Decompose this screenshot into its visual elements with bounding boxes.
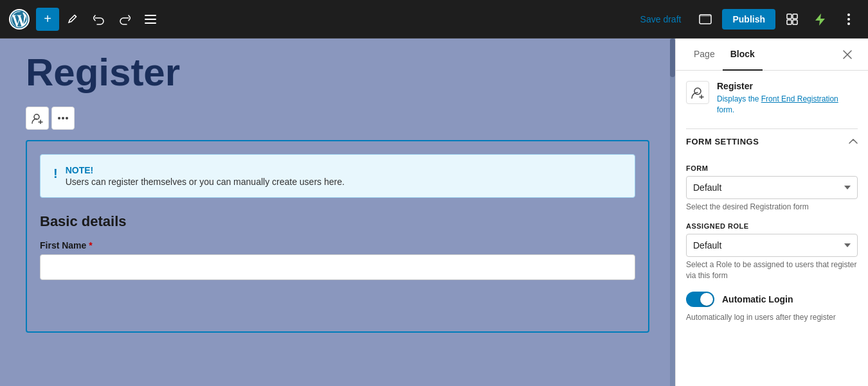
block-info: Register Displays the Front End Registra… — [686, 81, 858, 116]
required-star: * — [89, 240, 92, 250]
svg-point-17 — [694, 88, 701, 94]
toolbar-right: Save draft Publish — [633, 8, 860, 31]
svg-rect-3 — [145, 22, 156, 24]
undo-button[interactable] — [87, 8, 111, 31]
note-box: ! NOTE! Users can register themselves or… — [40, 154, 635, 198]
svg-point-14 — [58, 117, 60, 119]
form-block: ! NOTE! Users can register themselves or… — [26, 140, 649, 333]
svg-point-10 — [847, 13, 850, 16]
form-hint: Select the desired Registration form — [686, 202, 858, 213]
chevron-up-icon — [849, 139, 858, 144]
svg-rect-1 — [145, 15, 156, 16]
view-button[interactable] — [694, 8, 717, 31]
block-info-text: Register Displays the Front End Registra… — [717, 81, 858, 116]
first-name-label: First Name * — [40, 240, 635, 250]
registration-link[interactable]: Front End Registration — [761, 94, 838, 103]
editor-area[interactable]: Register ! NOTE! — [0, 39, 675, 386]
save-draft-button[interactable]: Save draft — [633, 10, 689, 28]
role-select-group: ASSIGNED ROLE Default Select a Role to b… — [686, 222, 858, 281]
auto-login-label: Automatic Login — [722, 294, 793, 304]
block-description: Displays the Front End Registration form… — [717, 94, 858, 116]
auto-login-toggle[interactable] — [686, 292, 714, 307]
svg-rect-8 — [787, 20, 791, 24]
toggle-row: Automatic Login — [686, 292, 858, 307]
sidebar-tabs: Page Block — [676, 39, 868, 71]
svg-point-16 — [66, 117, 68, 119]
role-label: ASSIGNED ROLE — [686, 222, 858, 230]
svg-rect-9 — [793, 20, 797, 24]
block-more-button[interactable] — [51, 107, 75, 130]
form-label: FORM — [686, 164, 858, 172]
list-view-button[interactable] — [139, 8, 162, 31]
form-select[interactable]: Default — [686, 176, 858, 199]
publish-button[interactable]: Publish — [722, 9, 775, 30]
form-settings-section: Form Settings FORM Default Select the de… — [686, 128, 858, 323]
page-title: Register — [26, 51, 649, 94]
svg-point-12 — [847, 22, 850, 25]
form-settings-header[interactable]: Form Settings — [686, 128, 858, 154]
tab-block[interactable]: Block — [723, 39, 763, 71]
svg-rect-2 — [145, 19, 156, 20]
close-sidebar-button[interactable] — [837, 44, 858, 65]
scrollbar-thumb[interactable] — [670, 39, 675, 77]
block-icon — [686, 81, 709, 104]
main-area: Register ! NOTE! — [0, 39, 868, 386]
settings-button[interactable] — [781, 8, 804, 31]
form-settings-title: Form Settings — [686, 137, 759, 146]
role-select[interactable]: Default — [686, 234, 858, 257]
scrollbar-track — [670, 39, 675, 386]
auto-login-hint: Automatically log in users after they re… — [686, 312, 858, 323]
toolbar-left: + — [8, 8, 162, 31]
toolbar: + — [0, 0, 868, 39]
note-content: NOTE! Users can register themselves or y… — [66, 165, 345, 187]
pen-tool-button[interactable] — [62, 8, 85, 31]
sidebar-content: Register Displays the Front End Registra… — [676, 71, 868, 386]
note-icon: ! — [53, 166, 58, 181]
block-name: Register — [717, 81, 858, 91]
more-options-button[interactable] — [837, 8, 860, 31]
block-add-user-button[interactable] — [26, 107, 49, 130]
form-section-title: Basic details — [40, 213, 635, 230]
svg-rect-6 — [787, 14, 791, 19]
form-select-group: FORM Default Select the desired Registra… — [686, 164, 858, 213]
auto-login-group: Automatic Login Automatically log in use… — [686, 292, 858, 323]
svg-point-15 — [62, 117, 64, 119]
block-controls — [26, 107, 649, 130]
add-block-button[interactable]: + — [36, 8, 59, 31]
first-name-field-group: First Name * — [40, 240, 635, 280]
tab-page[interactable]: Page — [686, 39, 723, 71]
svg-rect-7 — [793, 14, 797, 19]
redo-button[interactable] — [113, 8, 136, 31]
role-hint: Select a Role to be assigned to users th… — [686, 259, 858, 281]
toggle-knob — [700, 293, 713, 306]
wp-logo-button[interactable] — [8, 8, 31, 31]
svg-rect-5 — [700, 15, 711, 17]
svg-point-11 — [847, 18, 850, 21]
lightning-button[interactable] — [809, 8, 832, 31]
first-name-input[interactable] — [40, 254, 635, 280]
sidebar: Page Block — [675, 39, 868, 386]
